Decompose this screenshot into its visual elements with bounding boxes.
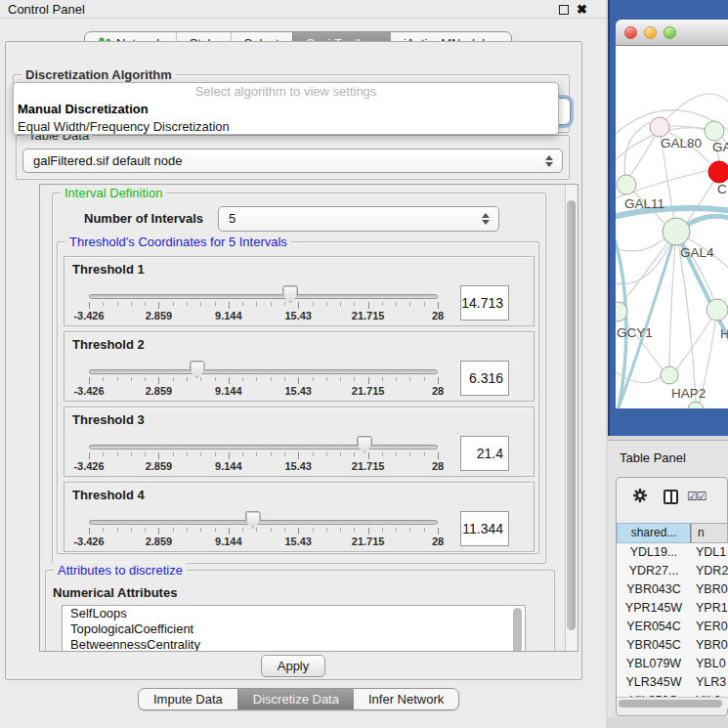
attribute-list-item[interactable]: TopologicalCoefficient	[63, 621, 525, 637]
table-row[interactable]: YDL19...YDL1	[617, 543, 728, 562]
slider-tick	[438, 377, 439, 384]
network-node[interactable]	[663, 218, 690, 245]
network-node-label: HAP2	[671, 386, 706, 401]
threshold-4-value-field[interactable]: 11.344	[460, 511, 509, 546]
attributes-list-scrollbar-thumb[interactable]	[513, 608, 522, 652]
threshold-3-slider-track[interactable]	[89, 445, 438, 450]
threshold-1-slider-track[interactable]	[89, 294, 438, 299]
tab-infer-network[interactable]: Infer Network	[354, 689, 458, 709]
discretization-algorithm-group-title: Discretization Algorithm	[21, 67, 176, 82]
thresholds-group-title: Threshold's Coordinates for 5 Intervals	[65, 235, 291, 249]
slider-tick	[284, 528, 285, 532]
close-button[interactable]	[624, 26, 637, 39]
slider-tick	[326, 528, 327, 532]
slider-tick	[396, 302, 397, 306]
slider-tick	[409, 377, 410, 381]
slider-tick	[354, 528, 355, 532]
number-of-intervals-combobox[interactable]: 5	[218, 206, 499, 232]
slider-tick	[438, 452, 439, 459]
network-node[interactable]	[688, 402, 704, 408]
table-hscrollbar-thumb[interactable]	[619, 700, 722, 707]
slider-tick-label: 2.859	[133, 310, 184, 321]
cell-name: YDR2	[691, 562, 728, 580]
slider-tick	[354, 377, 355, 381]
slider-tick-label: 28	[412, 310, 463, 321]
close-panel-icon[interactable]: ✖	[577, 0, 587, 19]
network-window-titlebar[interactable]	[616, 20, 728, 46]
network-node[interactable]	[617, 175, 636, 194]
combobox-stepper-icon	[545, 155, 553, 167]
slider-tick	[215, 377, 216, 381]
slider-tick	[326, 302, 327, 306]
table-row[interactable]: YER054CYER0	[617, 618, 728, 636]
tab-discretize-data[interactable]: Discretize Data	[237, 689, 354, 709]
slider-tick	[89, 452, 90, 459]
threshold-2-slider-thumb[interactable]	[190, 361, 205, 378]
network-node[interactable]	[705, 121, 724, 141]
attribute-list-item[interactable]: SelfLoops	[63, 606, 525, 621]
slider-tick	[242, 452, 243, 456]
slider-tick-label: 15.43	[273, 460, 323, 472]
dropdown-option-manual[interactable]: Manual Discretization	[14, 101, 558, 118]
slider-tick	[368, 302, 369, 309]
table-panel-title: Table Panel	[620, 450, 686, 465]
table-row[interactable]: YLR345WYLR3	[617, 673, 728, 692]
slider-tick	[158, 377, 159, 384]
network-canvas[interactable]: GAL80GACGAL11GAL4GCY1HHAP2	[616, 46, 728, 408]
threshold-3-value-field[interactable]: 21.4	[460, 436, 509, 471]
slider-tick	[256, 452, 257, 456]
slider-tick	[438, 302, 439, 309]
slider-tick-label: -3.426	[64, 535, 114, 547]
threshold-1-value-field[interactable]: 14.713	[460, 285, 509, 321]
split-columns-icon[interactable]	[664, 490, 678, 504]
column-header-shared-name[interactable]: shared...	[617, 523, 691, 543]
network-node[interactable]	[708, 161, 728, 183]
slider-tick	[340, 302, 341, 306]
dropdown-option-equal-width[interactable]: Equal Width/Frequency Discretization	[14, 118, 558, 135]
threshold-4-slider-track[interactable]	[89, 520, 438, 525]
table-row[interactable]: YBL079WYBL0	[617, 655, 728, 673]
network-edge[interactable]	[616, 238, 664, 251]
table-hscrollbar-track[interactable]	[617, 697, 728, 708]
table-data-combobox[interactable]: galFiltered.sif default node	[22, 149, 563, 173]
slider-tick	[382, 377, 383, 381]
slider-tick	[89, 377, 90, 384]
threshold-2-value-field[interactable]: 6.316	[460, 361, 509, 396]
threshold-1-slider-thumb[interactable]	[282, 285, 298, 303]
threshold-3-label: Threshold 3	[72, 412, 145, 427]
tab-impute-data[interactable]: Impute Data	[139, 689, 237, 709]
table-row[interactable]: YDR27...YDR2	[617, 562, 728, 580]
threshold-2-slider-track[interactable]	[89, 369, 438, 374]
float-window-icon[interactable]	[559, 5, 569, 15]
slider-tick	[131, 302, 132, 306]
slider-tick	[131, 377, 132, 381]
slider-tick	[215, 528, 216, 532]
threshold-4-slider-thumb[interactable]	[245, 511, 261, 529]
table-rows: YDL19...YDL1YDR27...YDR2YBR043CYBR0YPR14…	[617, 543, 728, 697]
network-node[interactable]	[707, 299, 728, 321]
table-row[interactable]: YPR145WYPR1	[617, 599, 728, 618]
network-node[interactable]	[661, 366, 678, 384]
numerical-attributes-list[interactable]: SelfLoopsTopologicalCoefficientBetweenne…	[62, 605, 526, 652]
threshold-2-label: Threshold 2	[72, 337, 145, 352]
table-row[interactable]: YBR045CYBR0	[617, 636, 728, 655]
table-row[interactable]: YBR043CYBR0	[617, 580, 728, 599]
slider-tick	[256, 302, 257, 306]
attribute-list-item[interactable]: BetweennessCentrality	[63, 637, 525, 652]
slider-tick	[298, 528, 299, 535]
network-node[interactable]	[650, 117, 669, 137]
minimize-button[interactable]	[644, 26, 657, 39]
zoom-button[interactable]	[664, 26, 676, 39]
gear-icon[interactable]	[632, 488, 648, 503]
slider-tick	[187, 377, 188, 381]
threshold-1-panel: Threshold 1 -3.4262.8599.14415.4321.7152…	[64, 256, 535, 326]
numerical-attributes-label: Numerical Attributes	[53, 585, 177, 600]
slider-ticks	[89, 528, 438, 535]
slider-tick	[145, 377, 146, 381]
apply-button[interactable]: Apply	[261, 655, 325, 677]
threshold-3-slider-thumb[interactable]	[357, 436, 372, 453]
main-scrollbar-thumb[interactable]	[567, 200, 576, 630]
slider-tick	[354, 452, 355, 456]
select-columns-checkbox-icons[interactable]: ☑☑	[687, 490, 707, 503]
column-header-name[interactable]: n	[691, 523, 728, 543]
